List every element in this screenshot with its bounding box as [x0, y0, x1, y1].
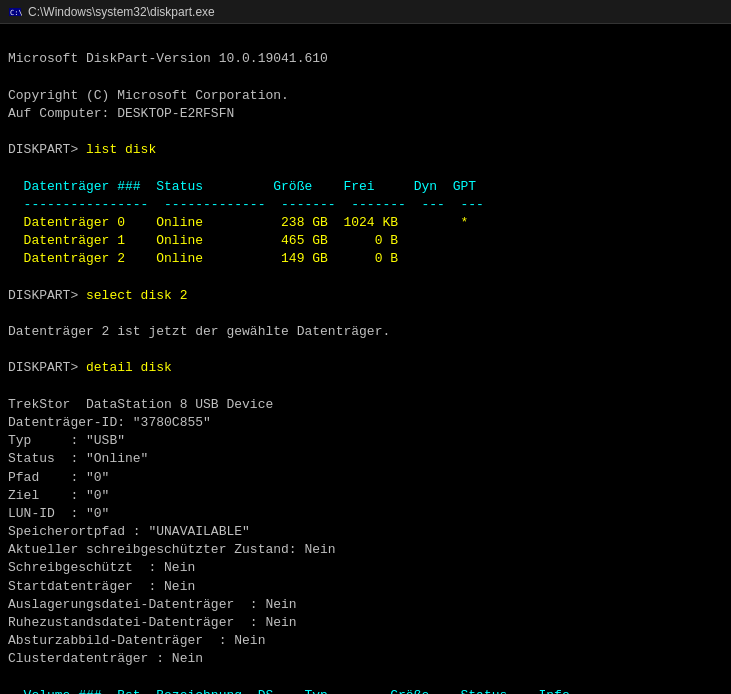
- line-device-name: TrekStor DataStation 8 USB Device: [8, 396, 723, 414]
- line-blank-2: [8, 68, 723, 86]
- line-blank-6: [8, 305, 723, 323]
- line-pfad: Pfad : "0": [8, 469, 723, 487]
- line-schreib-zustand: Aktueller schreibgeschützter Zustand: Ne…: [8, 541, 723, 559]
- line-version: Microsoft DiskPart-Version 10.0.19041.61…: [8, 50, 723, 68]
- line-blank-3: [8, 123, 723, 141]
- line-select-confirm: Datenträger 2 ist jetzt der gewählte Dat…: [8, 323, 723, 341]
- line-cmd-list: DISKPART> list disk: [8, 141, 723, 159]
- line-absturz: Absturzabbild-Datenträger : Nein: [8, 632, 723, 650]
- line-blank-1: [8, 32, 723, 50]
- line-schreibgeschutzt: Schreibgeschützt : Nein: [8, 559, 723, 577]
- terminal: Microsoft DiskPart-Version 10.0.19041.61…: [0, 24, 731, 694]
- line-startdaten: Startdatenträger : Nein: [8, 578, 723, 596]
- line-blank-4: [8, 159, 723, 177]
- line-speicher: Speicherortpfad : "UNAVAILABLE": [8, 523, 723, 541]
- line-computer: Auf Computer: DESKTOP-E2RFSFN: [8, 105, 723, 123]
- line-table-header: Datenträger ### Status Größe Frei Dyn GP…: [8, 178, 723, 196]
- line-blank-9: [8, 669, 723, 687]
- line-ziel: Ziel : "0": [8, 487, 723, 505]
- line-typ: Typ : "USB": [8, 432, 723, 450]
- line-cmd-select: DISKPART> select disk 2: [8, 287, 723, 305]
- line-status: Status : "Online": [8, 450, 723, 468]
- svg-text:C:\: C:\: [10, 9, 22, 17]
- line-disk-1: Datenträger 1 Online 465 GB 0 B: [8, 232, 723, 250]
- line-lun: LUN-ID : "0": [8, 505, 723, 523]
- line-disk-0: Datenträger 0 Online 238 GB 1024 KB *: [8, 214, 723, 232]
- line-disk-id: Datenträger-ID: "3780C855": [8, 414, 723, 432]
- title-bar: C:\ C:\Windows\system32\diskpart.exe: [0, 0, 731, 24]
- line-ruhezustand: Ruhezustandsdatei-Datenträger : Nein: [8, 614, 723, 632]
- line-disk-2: Datenträger 2 Online 149 GB 0 B: [8, 250, 723, 268]
- cmd-icon: C:\: [8, 5, 22, 19]
- line-table-sep: ---------------- ------------- ------- -…: [8, 196, 723, 214]
- line-blank-8: [8, 378, 723, 396]
- line-blank-5: [8, 268, 723, 286]
- line-copyright: Copyright (C) Microsoft Corporation.: [8, 87, 723, 105]
- line-auslager: Auslagerungsdatei-Datenträger : Nein: [8, 596, 723, 614]
- line-cmd-detail: DISKPART> detail disk: [8, 359, 723, 377]
- line-vol-header: Volume ### Bst Bezeichnung DS Typ Größe …: [8, 687, 723, 694]
- title-bar-text: C:\Windows\system32\diskpart.exe: [28, 5, 215, 19]
- line-cluster: Clusterdatenträger : Nein: [8, 650, 723, 668]
- line-blank-7: [8, 341, 723, 359]
